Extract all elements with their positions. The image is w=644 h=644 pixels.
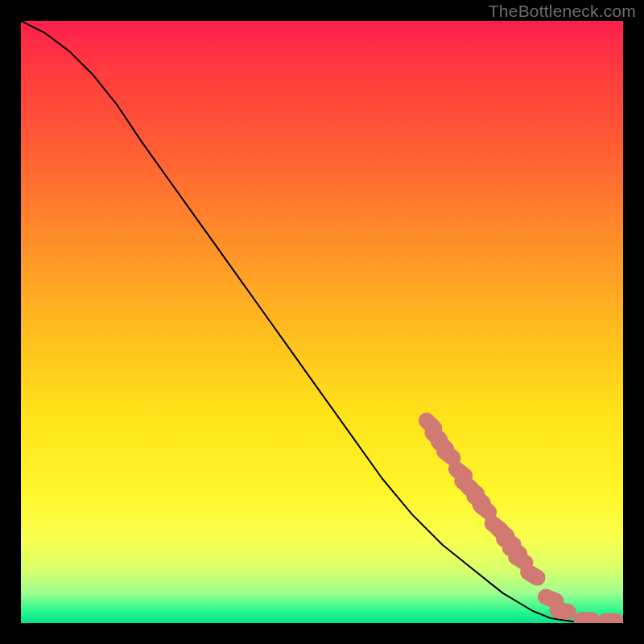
marker-dot (549, 601, 577, 620)
data-markers (415, 410, 623, 623)
marker-dot (574, 612, 601, 623)
trend-curve (21, 21, 623, 622)
plot-area (21, 21, 623, 623)
watermark-text: TheBottleneck.com (489, 2, 636, 21)
chart-svg (21, 21, 623, 623)
marker-dot (598, 613, 623, 623)
chart-frame: TheBottleneck.com (0, 0, 644, 644)
